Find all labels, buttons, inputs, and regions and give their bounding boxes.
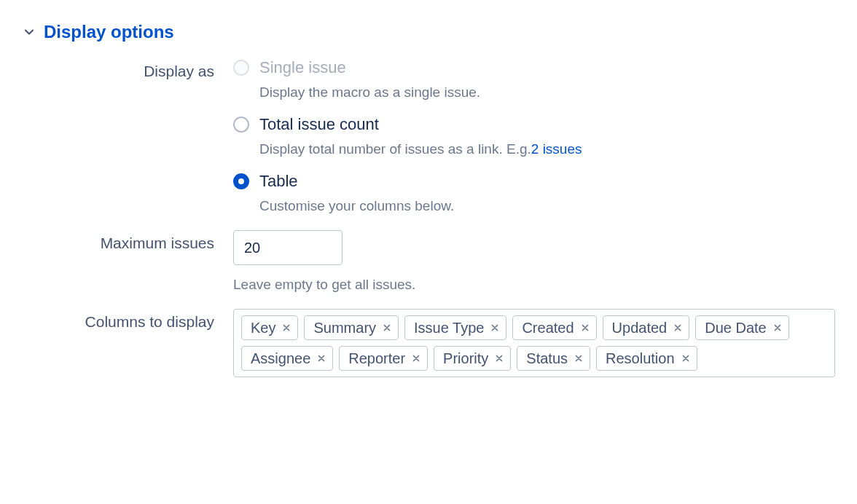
columns-to-display-label: Columns to display <box>22 309 233 331</box>
radio-table-desc: Customise your columns below. <box>259 198 835 214</box>
column-tag-label: Summary <box>313 320 376 336</box>
close-icon[interactable] <box>572 352 585 365</box>
close-icon[interactable] <box>380 321 394 334</box>
close-icon[interactable] <box>493 352 506 365</box>
radio-single-issue-desc: Display the macro as a single issue. <box>259 84 835 101</box>
radio-table[interactable] <box>233 173 249 189</box>
maximum-issues-hint: Leave empty to get all issues. <box>233 277 835 293</box>
close-icon[interactable] <box>771 321 784 334</box>
radio-single-issue-label: Single issue <box>259 58 346 77</box>
close-icon[interactable] <box>488 321 501 334</box>
display-as-label: Display as <box>22 58 233 80</box>
chevron-down-icon <box>22 25 36 39</box>
close-icon[interactable] <box>280 321 293 334</box>
close-icon[interactable] <box>679 352 692 365</box>
column-tag-label: Assignee <box>251 350 310 367</box>
column-tag: Issue Type <box>404 315 506 340</box>
columns-to-display-input[interactable]: KeySummaryIssue TypeCreatedUpdatedDue Da… <box>233 309 835 377</box>
column-tag: Key <box>241 315 298 340</box>
close-icon[interactable] <box>410 352 423 365</box>
desc-prefix: Display total number of issues as a link… <box>259 141 531 157</box>
column-tag: Status <box>517 346 590 371</box>
display-options-toggle[interactable]: Display options <box>22 22 835 42</box>
radio-total-issue-count-label: Total issue count <box>259 115 379 134</box>
column-tag-label: Due Date <box>705 320 767 336</box>
column-tag-label: Issue Type <box>414 320 484 336</box>
radio-total-issue-count[interactable] <box>233 117 249 133</box>
close-icon[interactable] <box>579 321 592 334</box>
column-tag: Assignee <box>241 346 333 371</box>
column-tag-label: Status <box>526 350 568 367</box>
maximum-issues-input[interactable] <box>233 230 343 265</box>
column-tag: Due Date <box>695 315 789 340</box>
column-tag-label: Reporter <box>348 350 405 367</box>
column-tag-label: Updated <box>612 320 668 336</box>
radio-option-count: Total issue count Display total number o… <box>233 115 835 157</box>
column-tag: Priority <box>434 346 511 371</box>
radio-table-label: Table <box>259 172 298 191</box>
radio-option-table: Table Customise your columns below. <box>233 172 835 214</box>
column-tag: Reporter <box>339 346 428 371</box>
section-title: Display options <box>44 22 174 42</box>
column-tag: Summary <box>304 315 399 340</box>
close-icon[interactable] <box>671 321 684 334</box>
column-tag-label: Created <box>522 320 574 336</box>
column-tag: Created <box>512 315 596 340</box>
close-icon[interactable] <box>315 352 328 365</box>
column-tag-label: Key <box>251 320 275 336</box>
maximum-issues-label: Maximum issues <box>22 230 233 252</box>
column-tag: Updated <box>603 315 690 340</box>
radio-option-single: Single issue Display the macro as a sing… <box>233 58 835 101</box>
radio-total-issue-count-desc: Display total number of issues as a link… <box>259 141 835 157</box>
example-issues-link[interactable]: 2 issues <box>531 141 582 157</box>
column-tag-label: Resolution <box>606 350 675 367</box>
radio-single-issue <box>233 60 249 76</box>
column-tag-label: Priority <box>443 350 488 367</box>
column-tag: Resolution <box>596 346 697 371</box>
